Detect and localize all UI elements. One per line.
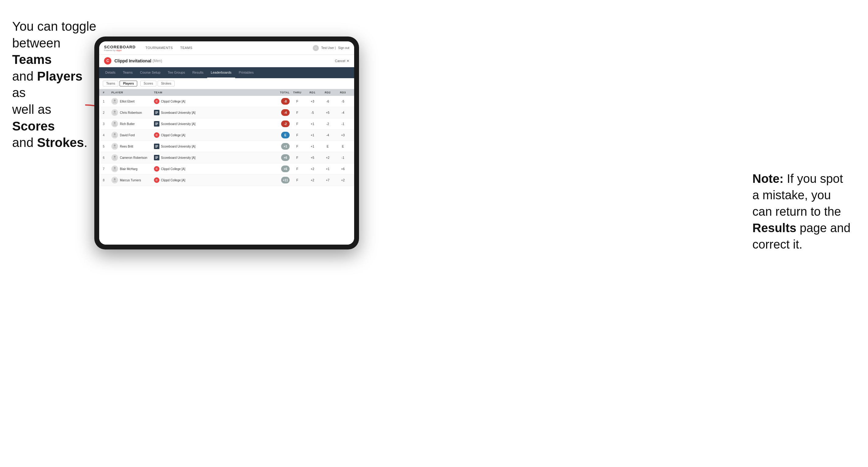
tournament-header: C Clippd Invitational (Men) Cancel ✕ — [99, 55, 354, 67]
leaderboard-table: # PLAYER TEAM TOTAL THRU RD1 RD2 RD3 1 E… — [99, 89, 354, 245]
rank-cell: 1 — [103, 100, 111, 103]
total-cell: +11 — [271, 177, 290, 183]
table-row[interactable]: 4 David Ford C Clippd College [A] E F +1… — [99, 130, 354, 141]
table-row[interactable]: 1 Elliot Ebert C Clippd College [A] -8 F… — [99, 96, 354, 107]
left-annotation: You can toggle between Teams and Players… — [12, 18, 97, 151]
rd3-cell: -4 — [335, 111, 350, 115]
total-cell: +6 — [271, 154, 290, 161]
rd2-cell: -2 — [320, 122, 335, 126]
tab-printables[interactable]: Printables — [235, 67, 257, 78]
svg-point-9 — [114, 156, 116, 158]
total-cell: E — [271, 132, 290, 138]
results-bold: Results — [752, 221, 797, 235]
col-rd3: RD3 — [335, 91, 350, 94]
col-rd1: RD1 — [305, 91, 320, 94]
toggle-players-button[interactable]: Players — [120, 81, 137, 86]
team-logo-red: C — [154, 166, 159, 172]
player-name: Blair McHarg — [120, 167, 137, 171]
table-row[interactable]: 2 Chris Robertson Scoreboard University … — [99, 107, 354, 118]
player-name: Rich Butler — [120, 122, 135, 126]
annotation-players-bold: Players — [37, 69, 83, 83]
col-rd2: RD2 — [320, 91, 335, 94]
team-logo-dark — [154, 121, 159, 127]
rank-cell: 7 — [103, 167, 111, 171]
team-cell: C Clippd College [A] — [154, 177, 271, 183]
player-cell: Rich Butler — [111, 121, 154, 127]
rd2-cell: -4 — [320, 133, 335, 137]
rd2-cell: +1 — [320, 167, 335, 171]
total-cell: -8 — [271, 98, 290, 105]
toggle-teams-button[interactable]: Teams — [103, 81, 118, 86]
col-rank: # — [103, 91, 111, 94]
rd3-cell: -5 — [335, 100, 350, 103]
tab-teams[interactable]: Teams — [119, 67, 136, 78]
player-cell: Elliot Ebert — [111, 98, 154, 105]
toggle-scores-button[interactable]: Scores — [140, 81, 156, 86]
svg-point-7 — [114, 145, 116, 146]
annotation-line1: You can toggle — [12, 19, 96, 33]
tab-tee-groups[interactable]: Tee Groups — [164, 67, 189, 78]
tournament-gender: (Men) — [152, 59, 162, 63]
team-cell: C Clippd College [A] — [154, 166, 271, 172]
rd1-cell: +1 — [305, 145, 320, 148]
tournament-logo: C — [104, 57, 111, 64]
toggle-area: Teams Players Scores Strokes — [99, 78, 354, 89]
table-header: # PLAYER TEAM TOTAL THRU RD1 RD2 RD3 — [99, 89, 354, 96]
logo-brand: clippd — [116, 49, 121, 52]
team-cell: Scoreboard University [A] — [154, 110, 271, 115]
player-cell: Cameron Robertson — [111, 154, 154, 161]
tab-details[interactable]: Details — [102, 67, 119, 78]
rd3-cell: -1 — [335, 156, 350, 159]
thru-cell: F — [290, 122, 305, 126]
team-name: Clippd College [A] — [161, 100, 185, 103]
rd1-cell: +3 — [305, 100, 320, 103]
col-team: TEAM — [154, 91, 271, 94]
table-row[interactable]: 3 Rich Butler Scoreboard University [A] … — [99, 118, 354, 130]
rank-cell: 3 — [103, 122, 111, 126]
sign-out-link[interactable]: Sign out — [338, 46, 349, 50]
team-name: Scoreboard University [A] — [161, 156, 195, 159]
tablet-frame: SCOREBOARD Powered by clippd TOURNAMENTS… — [94, 36, 359, 249]
nav-tournaments[interactable]: TOURNAMENTS — [142, 41, 177, 55]
main-nav: TOURNAMENTS TEAMS — [142, 41, 313, 55]
team-logo-dark — [154, 155, 159, 160]
tab-results[interactable]: Results — [189, 67, 207, 78]
svg-point-6 — [114, 133, 116, 135]
table-row[interactable]: 6 Cameron Robertson Scoreboard Universit… — [99, 152, 354, 163]
team-name: Scoreboard University [A] — [161, 122, 195, 126]
rd3-cell: +3 — [335, 133, 350, 137]
rd3-cell: +6 — [335, 167, 350, 171]
note-bold: Note: — [752, 172, 783, 185]
player-cell: Blair McHarg — [111, 165, 154, 172]
table-row[interactable]: 8 Marcus Turners C Clippd College [A] +1… — [99, 175, 354, 186]
player-cell: Chris Robertson — [111, 109, 154, 116]
tournament-name: Clippd Invitational — [114, 58, 151, 63]
player-name: Cameron Robertson — [120, 156, 147, 159]
tab-course-setup[interactable]: Course Setup — [136, 67, 164, 78]
player-name: Chris Robertson — [120, 111, 142, 115]
tab-leaderboards[interactable]: Leaderboards — [207, 67, 235, 78]
user-name: Test User | — [321, 46, 336, 50]
logo-sub-text: Powered by clippd — [104, 49, 136, 52]
rd2-cell: +5 — [320, 111, 335, 115]
rd3-cell: -1 — [335, 122, 350, 126]
score-badge: -8 — [281, 98, 290, 105]
rank-cell: 5 — [103, 145, 111, 148]
toggle-strokes-button[interactable]: Strokes — [158, 81, 175, 86]
total-cell: +1 — [271, 143, 290, 150]
rd2-cell: +2 — [320, 156, 335, 159]
table-row[interactable]: 7 Blair McHarg C Clippd College [A] +6 F… — [99, 163, 354, 175]
score-badge: -2 — [281, 121, 290, 127]
total-cell: -2 — [271, 121, 290, 127]
nav-teams[interactable]: TEAMS — [177, 41, 196, 55]
rd1-cell: +2 — [305, 167, 320, 171]
rd3-cell: +2 — [335, 179, 350, 182]
cancel-button[interactable]: Cancel ✕ — [335, 59, 349, 63]
total-cell: -4 — [271, 109, 290, 116]
team-name: Clippd College [A] — [161, 167, 185, 171]
team-name: Clippd College [A] — [161, 133, 185, 137]
table-row[interactable]: 5 Rees Britt Scoreboard University [A] +… — [99, 141, 354, 152]
score-badge: -4 — [281, 109, 290, 116]
svg-point-4 — [114, 122, 116, 124]
rd2-cell: E — [320, 145, 335, 148]
